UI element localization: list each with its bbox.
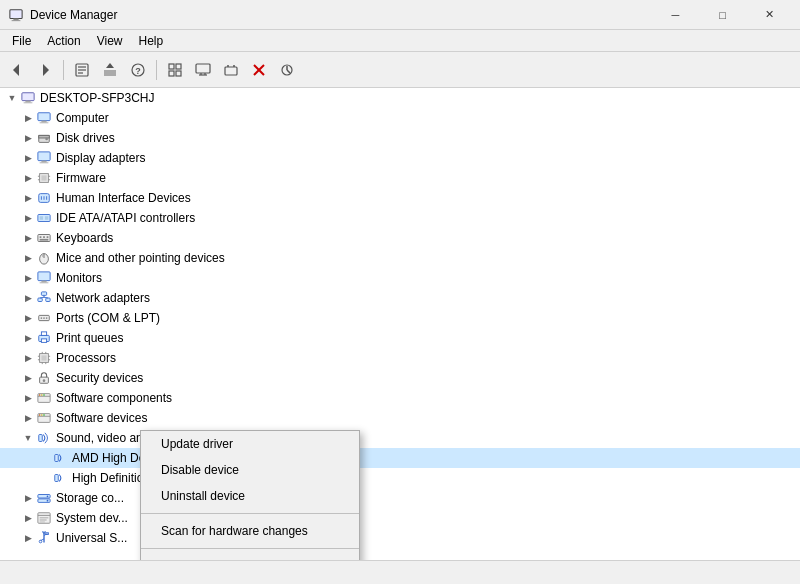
display-expand[interactable]: ▶: [20, 150, 36, 166]
sound-expand[interactable]: ▼: [20, 430, 36, 446]
tree-item-high-def[interactable]: ▶ High Definition Audio Device: [0, 468, 800, 488]
display-label: Display adapters: [56, 151, 145, 165]
mice-expand[interactable]: ▶: [20, 250, 36, 266]
ide-label: IDE ATA/ATAPI controllers: [56, 211, 195, 225]
svg-point-72: [41, 317, 43, 319]
menu-view[interactable]: View: [89, 32, 131, 50]
maximize-button[interactable]: □: [700, 0, 745, 30]
help-button[interactable]: ?: [125, 57, 151, 83]
svg-point-93: [41, 394, 42, 395]
ports-expand[interactable]: ▶: [20, 310, 36, 326]
svg-rect-34: [40, 122, 49, 123]
tree-item-software-devices[interactable]: ▶ Software devices: [0, 408, 800, 428]
root-expand-icon[interactable]: ▼: [4, 90, 20, 106]
tree-item-universal[interactable]: ▶ Universal S...: [0, 528, 800, 548]
tree-item-processors[interactable]: ▶ Processors: [0, 348, 800, 368]
tree-item-display[interactable]: ▶ Display adapters: [0, 148, 800, 168]
mice-label: Mice and other pointing devices: [56, 251, 225, 265]
svg-marker-4: [43, 64, 49, 76]
monitors-expand[interactable]: ▶: [20, 270, 36, 286]
ports-icon: [36, 310, 52, 326]
tree-item-software-components[interactable]: ▶ Software components: [0, 388, 800, 408]
svg-rect-2: [12, 20, 21, 21]
storage-expand[interactable]: ▶: [20, 490, 36, 506]
svg-rect-56: [43, 236, 45, 238]
close-button[interactable]: ✕: [747, 0, 792, 30]
svg-rect-0: [10, 9, 22, 18]
ide-expand[interactable]: ▶: [20, 210, 36, 226]
menu-action[interactable]: Action: [39, 32, 88, 50]
svg-rect-65: [41, 292, 46, 296]
tree-item-ide[interactable]: ▶ IDE ATA/ATAPI controllers: [0, 208, 800, 228]
svg-rect-58: [40, 239, 49, 241]
monitor-button[interactable]: [190, 57, 216, 83]
keyboards-expand[interactable]: ▶: [20, 230, 36, 246]
tree-item-sound[interactable]: ▼ Sound, video and game controllers: [0, 428, 800, 448]
scan-toolbar-button[interactable]: [274, 57, 300, 83]
back-button[interactable]: [4, 57, 30, 83]
hid-expand[interactable]: ▶: [20, 190, 36, 206]
svg-marker-28: [287, 70, 290, 73]
tree-item-keyboards[interactable]: ▶ Keyboards: [0, 228, 800, 248]
svg-rect-64: [40, 282, 49, 283]
hid-label: Human Interface Devices: [56, 191, 191, 205]
tree-item-firmware[interactable]: ▶ Firmware: [0, 168, 800, 188]
tree-item-network[interactable]: ▶ Network adapters: [0, 288, 800, 308]
tree-item-print[interactable]: ▶ Print queues: [0, 328, 800, 348]
svg-point-98: [41, 414, 42, 415]
tree-item-storage[interactable]: ▶ Storage co...: [0, 488, 800, 508]
svg-rect-109: [40, 517, 49, 518]
context-scan-changes[interactable]: Scan for hardware changes: [141, 518, 359, 544]
monitor-icon: [36, 270, 52, 286]
security-expand[interactable]: ▶: [20, 370, 36, 386]
tree-item-amd-audio[interactable]: ▶ AMD High Definition Audio De...: [0, 448, 800, 468]
tree-item-ports[interactable]: ▶ Ports (COM & LPT): [0, 308, 800, 328]
svg-rect-17: [196, 64, 210, 73]
universal-expand[interactable]: ▶: [20, 530, 36, 546]
print-label: Print queues: [56, 331, 123, 345]
tree-root[interactable]: ▼ DESKTOP-SFP3CHJ: [0, 88, 800, 108]
tree-item-security[interactable]: ▶ Security devices: [0, 368, 800, 388]
context-update-driver[interactable]: Update driver: [141, 431, 359, 457]
forward-button[interactable]: [32, 57, 58, 83]
driver-button[interactable]: [218, 57, 244, 83]
svg-point-92: [39, 394, 40, 395]
software-components-label: Software components: [56, 391, 172, 405]
software-devices-expand[interactable]: ▶: [20, 410, 36, 426]
svg-rect-29: [22, 93, 34, 101]
tree-item-mice[interactable]: ▶ Mice and other pointing devices: [0, 248, 800, 268]
processors-expand[interactable]: ▶: [20, 350, 36, 366]
context-uninstall-device[interactable]: Uninstall device: [141, 483, 359, 509]
system-expand[interactable]: ▶: [20, 510, 36, 526]
collapse-button[interactable]: [162, 57, 188, 83]
context-properties[interactable]: Properties: [141, 553, 359, 560]
software-components-expand[interactable]: ▶: [20, 390, 36, 406]
svg-line-70: [44, 297, 48, 298]
tree-item-monitors[interactable]: ▶ Monitors: [0, 268, 800, 288]
svg-marker-10: [106, 63, 114, 68]
network-expand[interactable]: ▶: [20, 290, 36, 306]
svg-text:?: ?: [135, 66, 141, 76]
context-disable-device[interactable]: Disable device: [141, 457, 359, 483]
tree-item-hid[interactable]: ▶ Human Interface Devices: [0, 188, 800, 208]
print-expand[interactable]: ▶: [20, 330, 36, 346]
svg-rect-77: [41, 339, 46, 343]
firmware-expand[interactable]: ▶: [20, 170, 36, 186]
update-driver-toolbar-button[interactable]: [97, 57, 123, 83]
remove-button[interactable]: [246, 57, 272, 83]
context-menu: Update driver Disable device Uninstall d…: [140, 430, 360, 560]
computer-expand[interactable]: ▶: [20, 110, 36, 126]
menu-help[interactable]: Help: [131, 32, 172, 50]
tree-item-computer[interactable]: ▶ Computer: [0, 108, 800, 128]
minimize-button[interactable]: ─: [653, 0, 698, 30]
disk-expand[interactable]: ▶: [20, 130, 36, 146]
menu-file[interactable]: File: [4, 32, 39, 50]
device-manager-tree[interactable]: ▼ DESKTOP-SFP3CHJ ▶ Computer ▶: [0, 88, 800, 560]
tree-item-system[interactable]: ▶ System dev...: [0, 508, 800, 528]
audio-device-icon: [52, 450, 68, 466]
security-label: Security devices: [56, 371, 143, 385]
properties-button[interactable]: [69, 57, 95, 83]
tree-item-disk[interactable]: ▶ Disk drives: [0, 128, 800, 148]
svg-point-73: [43, 317, 45, 319]
disk-icon: [36, 130, 52, 146]
